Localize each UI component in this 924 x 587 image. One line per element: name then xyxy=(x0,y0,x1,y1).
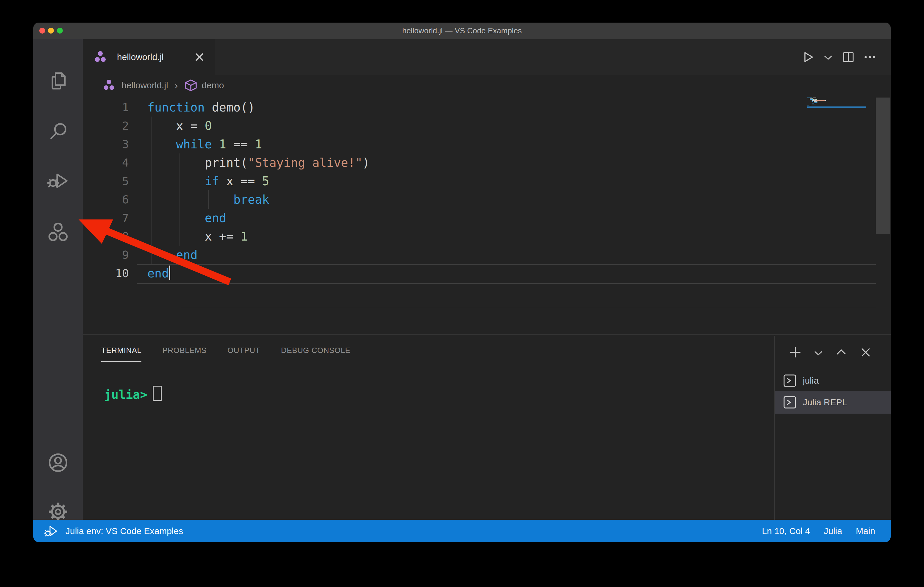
tab-label: helloworld.jl xyxy=(117,39,164,75)
symbol-cube-icon xyxy=(184,79,197,92)
run-file-icon[interactable] xyxy=(801,51,815,64)
breadcrumb-separator: › xyxy=(175,80,178,91)
line-number: 7 xyxy=(83,209,129,227)
tab-helloworld[interactable]: helloworld.jl xyxy=(83,39,215,75)
status-cursor-position[interactable]: Ln 10, Col 4 xyxy=(762,526,810,536)
maximize-panel-icon[interactable] xyxy=(835,346,848,359)
breadcrumb-file[interactable]: helloworld.jl xyxy=(122,80,168,90)
breadcrumb: helloworld.jl › demo xyxy=(83,75,891,96)
code-line[interactable]: print("Staying alive!") xyxy=(147,153,813,172)
line-number: 10 xyxy=(83,264,129,283)
tab-strip: helloworld.jl xyxy=(83,39,891,75)
julia-file-icon xyxy=(104,79,114,92)
terminal-dropdown-icon[interactable] xyxy=(813,346,823,359)
code-line[interactable]: x += 1 xyxy=(147,227,813,246)
run-dropdown-icon[interactable] xyxy=(823,51,833,64)
line-number: 5 xyxy=(83,172,129,190)
line-number: 8 xyxy=(83,227,129,246)
editor-rule xyxy=(181,308,876,308)
line-number: 9 xyxy=(83,246,129,264)
terminal-line[interactable]: julia> xyxy=(104,386,162,401)
code-line[interactable]: if x == 5 xyxy=(147,172,813,190)
tab-terminal[interactable]: TERMINAL xyxy=(101,346,141,362)
status-bar: Julia env: VS Code Examples Ln 10, Col 4… xyxy=(33,520,891,542)
code-line[interactable]: break xyxy=(147,190,813,209)
code-line[interactable]: end xyxy=(147,246,813,264)
line-number: 1 xyxy=(83,98,129,117)
terminal-sidebar-divider[interactable] xyxy=(774,336,775,520)
gutter: 12345678910 xyxy=(83,98,129,283)
window-title: helloworld.jl — VS Code Examples xyxy=(33,23,891,39)
code-area[interactable]: function demo() x = 0 while 1 == 1 print… xyxy=(147,98,813,283)
tab-close-icon[interactable] xyxy=(193,51,205,63)
tab-output[interactable]: OUTPUT xyxy=(228,346,260,362)
code-line[interactable]: x = 0 xyxy=(147,117,813,135)
editor-scrollbar[interactable] xyxy=(876,97,890,234)
bottom-panel: TERMINAL PROBLEMS OUTPUT DEBUG CONSOLE j… xyxy=(83,334,891,520)
code-line[interactable]: while 1 == 1 xyxy=(147,135,813,153)
terminal-icon xyxy=(783,374,796,387)
code-line[interactable]: function demo() xyxy=(147,98,813,117)
debug-status-icon[interactable] xyxy=(44,524,58,538)
line-number: 2 xyxy=(83,117,129,135)
split-editor-icon[interactable] xyxy=(842,51,855,64)
editor[interactable]: 12345678910 function demo() x = 0 while … xyxy=(83,96,891,334)
line-number: 3 xyxy=(83,135,129,153)
terminal-list-item-julia[interactable]: julia xyxy=(775,370,891,391)
tab-debug-console[interactable]: DEBUG CONSOLE xyxy=(281,346,350,362)
terminal-prompt: julia> xyxy=(104,388,147,401)
status-language-mode[interactable]: Julia xyxy=(824,526,842,536)
terminal-list-label: julia xyxy=(803,376,818,386)
status-git-branch[interactable]: Main xyxy=(856,526,875,536)
minimap-content[interactable] xyxy=(807,97,866,107)
terminal-icon xyxy=(783,396,796,409)
julia-extension-icon[interactable] xyxy=(47,222,69,245)
new-terminal-icon[interactable] xyxy=(789,346,802,359)
account-icon[interactable] xyxy=(47,451,69,474)
julia-file-icon xyxy=(95,51,106,64)
panel-actions xyxy=(789,346,872,359)
close-panel-icon[interactable] xyxy=(859,346,872,359)
terminal-cursor xyxy=(153,386,162,401)
minimap-current-line xyxy=(807,107,866,108)
explorer-icon[interactable] xyxy=(47,69,69,92)
run-and-debug-icon[interactable] xyxy=(47,169,69,192)
activity-bar xyxy=(33,39,83,520)
vscode-window: helloworld.jl — VS Code Examples xyxy=(33,23,891,542)
terminal-list: julia Julia REPL xyxy=(775,370,891,414)
tab-problems[interactable]: PROBLEMS xyxy=(162,346,206,362)
breadcrumb-symbol[interactable]: demo xyxy=(201,80,224,90)
status-julia-env[interactable]: Julia env: VS Code Examples xyxy=(66,526,183,536)
search-icon[interactable] xyxy=(47,120,69,143)
terminal-list-label: Julia REPL xyxy=(803,397,847,408)
code-line[interactable]: end xyxy=(147,264,813,283)
code-line[interactable]: end xyxy=(147,209,813,227)
terminal-list-item-julia-repl[interactable]: Julia REPL xyxy=(775,391,891,414)
panel-tabs: TERMINAL PROBLEMS OUTPUT DEBUG CONSOLE xyxy=(101,346,350,362)
more-actions-icon[interactable] xyxy=(863,51,876,64)
title-bar[interactable]: helloworld.jl — VS Code Examples xyxy=(33,23,891,39)
editor-actions xyxy=(801,39,876,75)
editor-cursor xyxy=(169,266,170,280)
line-number: 6 xyxy=(83,190,129,209)
line-number: 4 xyxy=(83,153,129,172)
